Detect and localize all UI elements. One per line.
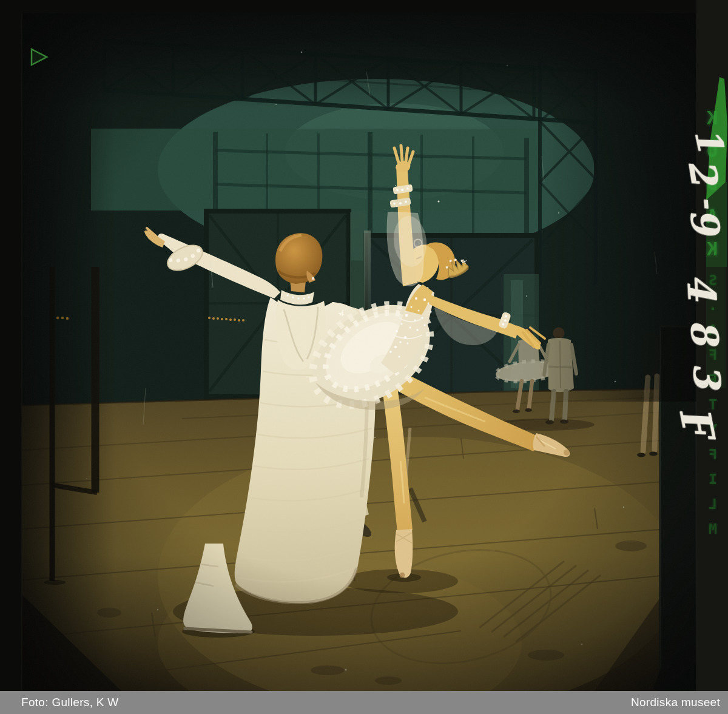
caption-bar: Foto: Gullers, K W Nordiska museet xyxy=(0,691,728,714)
handwritten-char: 4 xyxy=(678,272,724,301)
handwritten-char: 9 xyxy=(681,206,728,237)
handwritten-char: 3 xyxy=(685,362,728,389)
photographer-credit: Foto: Gullers, K W xyxy=(21,696,119,709)
museum-credit: Nordiska museet xyxy=(631,696,720,709)
photo-canvas: K O D A K S . A F E T Y F I L M 1 2 - 9 … xyxy=(0,0,728,714)
stage-photograph-illustration xyxy=(0,0,728,714)
handwritten-char: 8 xyxy=(682,317,727,347)
vignette xyxy=(22,13,696,691)
handwritten-char: 1 xyxy=(686,123,728,156)
handwritten-char: F xyxy=(670,402,723,440)
handwritten-char: 2 xyxy=(680,156,726,187)
handwritten-negative-number: 1 2 - 9 4 8 3 F xyxy=(678,114,728,478)
